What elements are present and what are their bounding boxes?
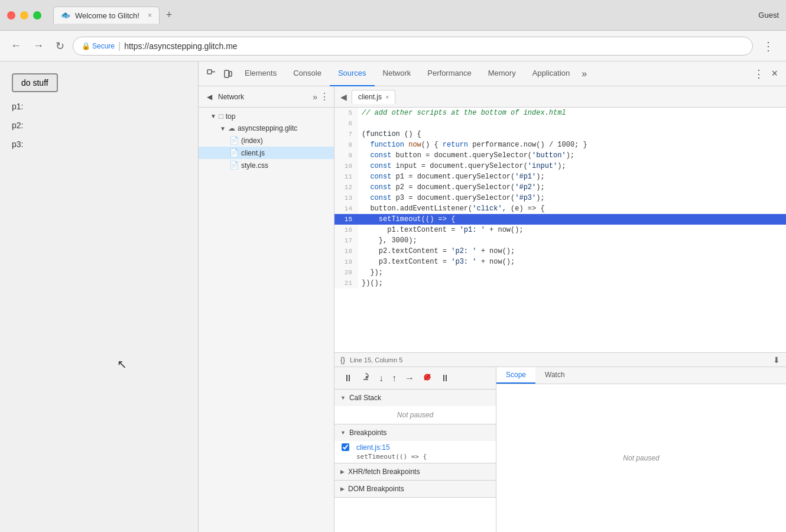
scope-content: Not paused	[496, 384, 786, 532]
dom-section: ▶ DOM Breakpoints	[334, 481, 496, 498]
not-paused-label: Not paused	[397, 411, 433, 419]
file-panel-header: ◀ Network » ⋮	[199, 86, 334, 108]
address-bar: ← → ↻ 🔒 Secure | https://asyncstepping.g…	[0, 31, 786, 61]
folder-icon-top: □	[219, 112, 223, 121]
breakpoint-code: setTimeout(() => {	[356, 453, 427, 460]
call-stack-content: Not paused	[334, 406, 496, 424]
call-stack-arrow: ▼	[340, 395, 346, 401]
debugger-controls: ⏸ ↓ ↑ → ⏸	[334, 367, 496, 390]
url-bar[interactable]: 🔒 Secure | https://asyncstepping.glitch.…	[73, 37, 753, 56]
tab-network[interactable]: Network	[375, 61, 420, 86]
dom-arrow: ▶	[340, 486, 345, 492]
cloud-icon: ☁	[228, 124, 235, 132]
scope-tab-scope[interactable]: Scope	[496, 367, 535, 384]
tab-performance[interactable]: Performance	[419, 61, 479, 86]
minimize-traffic-light[interactable]	[20, 11, 28, 20]
tab-console[interactable]: Console	[285, 61, 330, 86]
tree-item-clientjs[interactable]: 📄 client.js	[199, 147, 334, 159]
tree-label-stylecss: style.css	[241, 161, 268, 170]
do-stuff-button[interactable]: do stuff	[12, 73, 58, 92]
tab-area: 🐟 Welcome to Glitch! × +	[53, 6, 178, 25]
scope-panel: Scope Watch Not paused	[496, 367, 786, 532]
file-panel: ◀ Network » ⋮ ▼ □ top ▼ ☁	[199, 86, 334, 532]
devtools-close-button[interactable]: ×	[768, 65, 781, 82]
xhr-header[interactable]: ▶ XHR/fetch Breakpoints	[334, 463, 496, 480]
svg-rect-0	[207, 70, 212, 74]
scope-tabs: Scope Watch	[496, 367, 786, 384]
step-button[interactable]: →	[402, 372, 417, 385]
deactivate-breakpoints-button[interactable]	[420, 371, 435, 385]
tab-elements[interactable]: Elements	[236, 61, 285, 86]
p2-label: p2:	[12, 121, 186, 130]
browser-menu-button[interactable]: ⋮	[758, 37, 779, 56]
tree-label-clientjs: client.js	[241, 149, 265, 157]
step-out-button[interactable]: ↑	[389, 372, 400, 385]
file-tree: ▼ □ top ▼ ☁ asyncstepping.glitc 📄 (index…	[199, 108, 334, 174]
breakpoints-header[interactable]: ▼ Breakpoints	[334, 424, 496, 441]
file-panel-menu-button[interactable]: ⋮	[320, 91, 329, 102]
code-status-bar: {} Line 15, Column 5 ⬇	[334, 352, 786, 366]
tab-application[interactable]: Application	[524, 61, 579, 86]
code-line-6: 6	[334, 118, 786, 129]
devtools-menu-button[interactable]: ⋮	[750, 65, 768, 83]
breakpoint-checkbox-0[interactable]	[342, 443, 349, 451]
bottom-panel: ⏸ ↓ ↑ → ⏸	[334, 366, 786, 532]
more-tabs-button[interactable]: »	[578, 61, 590, 86]
devtools-toolbar: Elements Console Sources Network Perform…	[199, 61, 786, 86]
breakpoints-section: ▼ Breakpoints client.js:15 setTimeout(()…	[334, 424, 496, 463]
p1-label: p1:	[12, 102, 186, 111]
code-tab-close[interactable]: ×	[385, 93, 389, 100]
tree-item-top[interactable]: ▼ □ top	[199, 110, 334, 122]
code-line-19: 19 p3.textContent = 'p3: ' + now();	[334, 257, 786, 267]
pause-on-exceptions-button[interactable]: ⏸	[437, 372, 453, 385]
step-into-button[interactable]: ↓	[376, 372, 386, 385]
tab-close-button[interactable]: ×	[148, 11, 152, 20]
tree-label-index: (index)	[241, 137, 263, 145]
tree-arrow-top: ▼	[210, 113, 216, 119]
file-panel-more-button[interactable]: »	[313, 92, 317, 102]
tab-sources[interactable]: Sources	[330, 61, 375, 86]
call-stack-header[interactable]: ▼ Call Stack	[334, 390, 496, 406]
debugger-panel: ⏸ ↓ ↑ → ⏸	[334, 367, 496, 532]
title-bar: 🐟 Welcome to Glitch! × + Guest	[0, 0, 786, 31]
pause-resume-button[interactable]: ⏸	[340, 372, 356, 385]
tree-label-top: top	[226, 112, 236, 121]
maximize-traffic-light[interactable]	[33, 11, 41, 20]
code-line-7: 7 (function () {	[334, 129, 786, 140]
reload-button[interactable]: ↻	[52, 37, 68, 55]
scope-not-paused: Not paused	[623, 454, 659, 462]
device-toolbar-button[interactable]	[220, 66, 236, 81]
code-back-button[interactable]: ◀	[337, 91, 350, 103]
format-button[interactable]: {}	[340, 356, 345, 364]
browser-tab[interactable]: 🐟 Welcome to Glitch! ×	[53, 7, 160, 24]
dom-header[interactable]: ▶ DOM Breakpoints	[334, 481, 496, 497]
code-file-tab-clientjs[interactable]: client.js ×	[352, 90, 395, 104]
code-line-9: 9 const button = document.querySelector(…	[334, 150, 786, 161]
tree-item-index[interactable]: 📄 (index)	[199, 134, 334, 147]
goto-line-button[interactable]: ⬇	[773, 355, 780, 365]
new-tab-button[interactable]: +	[160, 6, 178, 25]
browser-page: do stuff p1: p2: p3: ↖	[0, 61, 198, 532]
devtools-body: ◀ Network » ⋮ ▼ □ top ▼ ☁	[199, 86, 786, 532]
code-line-16: 16 p1.textContent = 'p1: ' + now();	[334, 225, 786, 235]
back-button[interactable]: ←	[7, 37, 25, 54]
goto-button[interactable]: ⬇	[773, 355, 780, 365]
scope-tab-watch[interactable]: Watch	[535, 367, 574, 384]
code-tabs: ◀ client.js ×	[334, 86, 786, 108]
forward-button[interactable]: →	[30, 37, 47, 54]
tree-item-asyncstepping[interactable]: ▼ ☁ asyncstepping.glitc	[199, 122, 334, 134]
xhr-label: XHR/fetch Breakpoints	[348, 468, 420, 476]
tree-item-stylecss[interactable]: 📄 style.css	[199, 159, 334, 171]
call-stack-section: ▼ Call Stack Not paused	[334, 390, 496, 424]
breakpoint-item-0: client.js:15 setTimeout(() => {	[334, 441, 496, 463]
url-text: https://asyncstepping.glitch.me	[124, 41, 237, 51]
close-traffic-light[interactable]	[7, 11, 15, 20]
step-over-button[interactable]	[358, 371, 373, 385]
tab-memory[interactable]: Memory	[480, 61, 524, 86]
file-panel-section-label: Network	[218, 93, 244, 101]
file-panel-back-button[interactable]: ◀	[203, 90, 216, 103]
breakpoints-arrow: ▼	[340, 430, 346, 436]
code-line-14: 14 button.addEventListener('click', (e) …	[334, 203, 786, 214]
xhr-arrow: ▶	[340, 469, 345, 475]
inspect-element-button[interactable]	[203, 66, 220, 81]
